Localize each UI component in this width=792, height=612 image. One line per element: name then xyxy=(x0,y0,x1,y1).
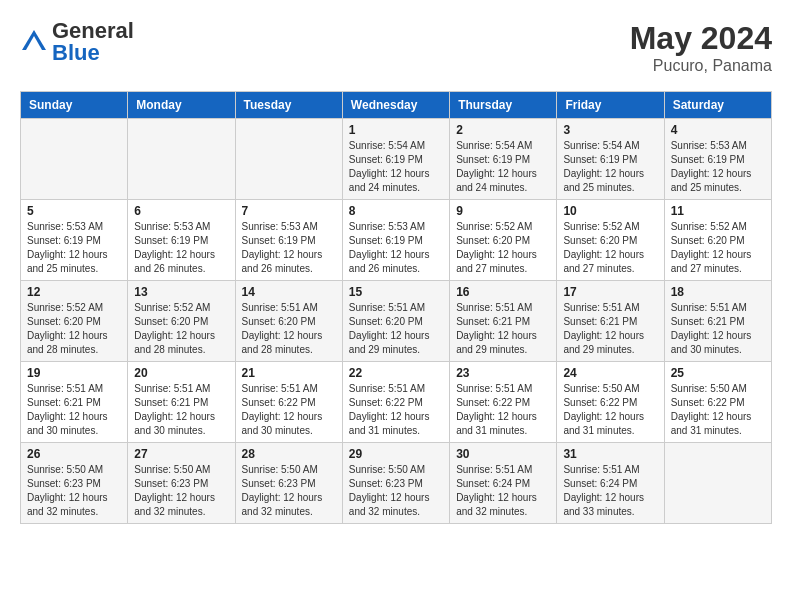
calendar-cell: 10Sunrise: 5:52 AM Sunset: 6:20 PM Dayli… xyxy=(557,200,664,281)
day-info: Sunrise: 5:50 AM Sunset: 6:23 PM Dayligh… xyxy=(27,463,121,519)
day-info: Sunrise: 5:51 AM Sunset: 6:20 PM Dayligh… xyxy=(349,301,443,357)
day-number: 15 xyxy=(349,285,443,299)
page-header: General Blue May 2024 Pucuro, Panama xyxy=(20,20,772,75)
calendar-cell: 27Sunrise: 5:50 AM Sunset: 6:23 PM Dayli… xyxy=(128,443,235,524)
calendar-cell: 21Sunrise: 5:51 AM Sunset: 6:22 PM Dayli… xyxy=(235,362,342,443)
day-info: Sunrise: 5:50 AM Sunset: 6:23 PM Dayligh… xyxy=(349,463,443,519)
day-info: Sunrise: 5:53 AM Sunset: 6:19 PM Dayligh… xyxy=(27,220,121,276)
calendar-cell: 19Sunrise: 5:51 AM Sunset: 6:21 PM Dayli… xyxy=(21,362,128,443)
day-info: Sunrise: 5:52 AM Sunset: 6:20 PM Dayligh… xyxy=(134,301,228,357)
day-info: Sunrise: 5:51 AM Sunset: 6:24 PM Dayligh… xyxy=(563,463,657,519)
day-number: 12 xyxy=(27,285,121,299)
day-info: Sunrise: 5:51 AM Sunset: 6:20 PM Dayligh… xyxy=(242,301,336,357)
calendar-week-3: 12Sunrise: 5:52 AM Sunset: 6:20 PM Dayli… xyxy=(21,281,772,362)
calendar-cell: 29Sunrise: 5:50 AM Sunset: 6:23 PM Dayli… xyxy=(342,443,449,524)
day-info: Sunrise: 5:52 AM Sunset: 6:20 PM Dayligh… xyxy=(27,301,121,357)
day-number: 23 xyxy=(456,366,550,380)
day-number: 11 xyxy=(671,204,765,218)
calendar-cell: 13Sunrise: 5:52 AM Sunset: 6:20 PM Dayli… xyxy=(128,281,235,362)
calendar-week-1: 1Sunrise: 5:54 AM Sunset: 6:19 PM Daylig… xyxy=(21,119,772,200)
calendar-cell: 9Sunrise: 5:52 AM Sunset: 6:20 PM Daylig… xyxy=(450,200,557,281)
day-header-tuesday: Tuesday xyxy=(235,92,342,119)
day-info: Sunrise: 5:51 AM Sunset: 6:21 PM Dayligh… xyxy=(27,382,121,438)
day-number: 24 xyxy=(563,366,657,380)
day-info: Sunrise: 5:53 AM Sunset: 6:19 PM Dayligh… xyxy=(671,139,765,195)
calendar-cell: 30Sunrise: 5:51 AM Sunset: 6:24 PM Dayli… xyxy=(450,443,557,524)
day-info: Sunrise: 5:54 AM Sunset: 6:19 PM Dayligh… xyxy=(563,139,657,195)
day-number: 28 xyxy=(242,447,336,461)
day-info: Sunrise: 5:54 AM Sunset: 6:19 PM Dayligh… xyxy=(456,139,550,195)
calendar-cell: 12Sunrise: 5:52 AM Sunset: 6:20 PM Dayli… xyxy=(21,281,128,362)
calendar-cell: 3Sunrise: 5:54 AM Sunset: 6:19 PM Daylig… xyxy=(557,119,664,200)
logo-icon xyxy=(20,28,48,56)
calendar-cell: 24Sunrise: 5:50 AM Sunset: 6:22 PM Dayli… xyxy=(557,362,664,443)
calendar-cell: 26Sunrise: 5:50 AM Sunset: 6:23 PM Dayli… xyxy=(21,443,128,524)
calendar-cell xyxy=(128,119,235,200)
calendar-cell: 20Sunrise: 5:51 AM Sunset: 6:21 PM Dayli… xyxy=(128,362,235,443)
calendar-cell: 11Sunrise: 5:52 AM Sunset: 6:20 PM Dayli… xyxy=(664,200,771,281)
day-info: Sunrise: 5:51 AM Sunset: 6:24 PM Dayligh… xyxy=(456,463,550,519)
calendar-cell: 17Sunrise: 5:51 AM Sunset: 6:21 PM Dayli… xyxy=(557,281,664,362)
calendar-table: SundayMondayTuesdayWednesdayThursdayFrid… xyxy=(20,91,772,524)
logo-blue-text: Blue xyxy=(52,40,100,65)
calendar-cell: 28Sunrise: 5:50 AM Sunset: 6:23 PM Dayli… xyxy=(235,443,342,524)
day-number: 19 xyxy=(27,366,121,380)
day-number: 1 xyxy=(349,123,443,137)
day-info: Sunrise: 5:50 AM Sunset: 6:23 PM Dayligh… xyxy=(134,463,228,519)
calendar-header-row: SundayMondayTuesdayWednesdayThursdayFrid… xyxy=(21,92,772,119)
day-info: Sunrise: 5:51 AM Sunset: 6:21 PM Dayligh… xyxy=(456,301,550,357)
day-number: 14 xyxy=(242,285,336,299)
day-info: Sunrise: 5:53 AM Sunset: 6:19 PM Dayligh… xyxy=(134,220,228,276)
day-number: 22 xyxy=(349,366,443,380)
calendar-cell: 16Sunrise: 5:51 AM Sunset: 6:21 PM Dayli… xyxy=(450,281,557,362)
day-header-monday: Monday xyxy=(128,92,235,119)
calendar-cell xyxy=(21,119,128,200)
day-number: 13 xyxy=(134,285,228,299)
calendar-cell: 2Sunrise: 5:54 AM Sunset: 6:19 PM Daylig… xyxy=(450,119,557,200)
day-info: Sunrise: 5:52 AM Sunset: 6:20 PM Dayligh… xyxy=(456,220,550,276)
day-number: 4 xyxy=(671,123,765,137)
day-number: 7 xyxy=(242,204,336,218)
day-info: Sunrise: 5:50 AM Sunset: 6:22 PM Dayligh… xyxy=(563,382,657,438)
day-header-saturday: Saturday xyxy=(664,92,771,119)
day-number: 3 xyxy=(563,123,657,137)
day-info: Sunrise: 5:52 AM Sunset: 6:20 PM Dayligh… xyxy=(563,220,657,276)
calendar-cell xyxy=(664,443,771,524)
day-number: 2 xyxy=(456,123,550,137)
day-info: Sunrise: 5:52 AM Sunset: 6:20 PM Dayligh… xyxy=(671,220,765,276)
day-number: 27 xyxy=(134,447,228,461)
month-title: May 2024 xyxy=(630,20,772,57)
day-info: Sunrise: 5:50 AM Sunset: 6:23 PM Dayligh… xyxy=(242,463,336,519)
day-info: Sunrise: 5:51 AM Sunset: 6:22 PM Dayligh… xyxy=(242,382,336,438)
calendar-cell: 31Sunrise: 5:51 AM Sunset: 6:24 PM Dayli… xyxy=(557,443,664,524)
day-number: 16 xyxy=(456,285,550,299)
day-number: 10 xyxy=(563,204,657,218)
day-info: Sunrise: 5:51 AM Sunset: 6:21 PM Dayligh… xyxy=(671,301,765,357)
day-info: Sunrise: 5:54 AM Sunset: 6:19 PM Dayligh… xyxy=(349,139,443,195)
day-number: 18 xyxy=(671,285,765,299)
calendar-week-5: 26Sunrise: 5:50 AM Sunset: 6:23 PM Dayli… xyxy=(21,443,772,524)
calendar-cell: 22Sunrise: 5:51 AM Sunset: 6:22 PM Dayli… xyxy=(342,362,449,443)
calendar-cell: 8Sunrise: 5:53 AM Sunset: 6:19 PM Daylig… xyxy=(342,200,449,281)
logo: General Blue xyxy=(20,20,134,64)
day-number: 26 xyxy=(27,447,121,461)
day-number: 25 xyxy=(671,366,765,380)
day-info: Sunrise: 5:51 AM Sunset: 6:22 PM Dayligh… xyxy=(456,382,550,438)
day-info: Sunrise: 5:53 AM Sunset: 6:19 PM Dayligh… xyxy=(349,220,443,276)
day-number: 30 xyxy=(456,447,550,461)
day-number: 29 xyxy=(349,447,443,461)
day-info: Sunrise: 5:53 AM Sunset: 6:19 PM Dayligh… xyxy=(242,220,336,276)
calendar-cell: 1Sunrise: 5:54 AM Sunset: 6:19 PM Daylig… xyxy=(342,119,449,200)
calendar-cell: 15Sunrise: 5:51 AM Sunset: 6:20 PM Dayli… xyxy=(342,281,449,362)
day-info: Sunrise: 5:51 AM Sunset: 6:21 PM Dayligh… xyxy=(563,301,657,357)
calendar-cell: 6Sunrise: 5:53 AM Sunset: 6:19 PM Daylig… xyxy=(128,200,235,281)
calendar-cell: 23Sunrise: 5:51 AM Sunset: 6:22 PM Dayli… xyxy=(450,362,557,443)
day-number: 17 xyxy=(563,285,657,299)
calendar-week-4: 19Sunrise: 5:51 AM Sunset: 6:21 PM Dayli… xyxy=(21,362,772,443)
title-block: May 2024 Pucuro, Panama xyxy=(630,20,772,75)
day-number: 21 xyxy=(242,366,336,380)
day-number: 31 xyxy=(563,447,657,461)
day-header-sunday: Sunday xyxy=(21,92,128,119)
day-info: Sunrise: 5:50 AM Sunset: 6:22 PM Dayligh… xyxy=(671,382,765,438)
day-number: 5 xyxy=(27,204,121,218)
